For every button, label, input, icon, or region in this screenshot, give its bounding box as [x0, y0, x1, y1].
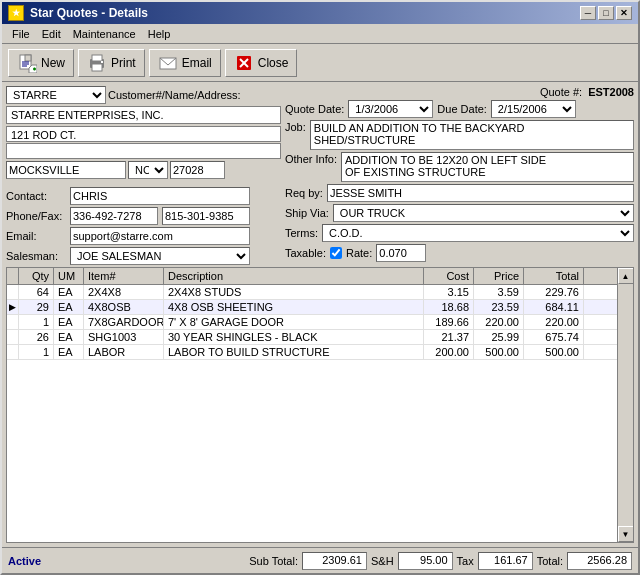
menu-bar: File Edit Maintenance Help [2, 24, 638, 44]
print-button[interactable]: Print [78, 49, 145, 77]
terms-label: Terms: [285, 227, 318, 239]
col-indicator [7, 268, 19, 284]
cell-cost: 21.37 [424, 330, 474, 344]
total-value: 2566.28 [567, 552, 632, 570]
cell-total: 684.11 [524, 300, 584, 314]
left-column: STARRE Customer#/Name/Address: STARRE EN… [6, 86, 281, 265]
other-info-row: Other Info: ADDITION TO BE 12X20 ON LEFT… [285, 152, 634, 182]
row-indicator [7, 315, 19, 329]
contact-input[interactable] [70, 187, 250, 205]
app-icon: ★ [8, 5, 24, 21]
quote-num-row: Quote #: EST2008 [285, 86, 634, 98]
cell-price: 220.00 [474, 315, 524, 329]
city-row: NC [6, 161, 281, 179]
address2 [6, 143, 281, 159]
total-label: Total: [537, 555, 563, 567]
cell-desc: 4X8 OSB SHEETING [164, 300, 424, 314]
email-field-label: Email: [6, 230, 66, 242]
col-qty-header: Qty [19, 268, 54, 284]
ship-via-dropdown[interactable]: OUR TRUCK [333, 204, 634, 222]
toolbar: New Print Email [2, 44, 638, 82]
table-row[interactable]: 64EA2X4X82X4X8 STUDS3.153.59229.76 [7, 285, 617, 300]
taxable-checkbox[interactable] [330, 247, 342, 259]
subtotal-value: 2309.61 [302, 552, 367, 570]
sh-label: S&H [371, 555, 394, 567]
quote-num-value: EST2008 [588, 86, 634, 98]
table-row[interactable]: ▶29EA4X8OSB4X8 OSB SHEETING18.6823.59684… [7, 300, 617, 315]
scroll-up-button[interactable]: ▲ [618, 268, 634, 284]
customer-dropdown[interactable]: STARRE [6, 86, 106, 104]
due-date-dropdown[interactable]: 2/15/2006 [491, 100, 576, 118]
terms-dropdown[interactable]: C.O.D. [322, 224, 634, 242]
rate-label: Rate: [346, 247, 372, 259]
contact-label: Contact: [6, 190, 66, 202]
close-window-button[interactable]: ✕ [616, 6, 632, 20]
city-input[interactable] [6, 161, 126, 179]
cell-qty: 29 [19, 300, 54, 314]
address1: 121 ROD CT. [6, 126, 281, 142]
menu-maintenance[interactable]: Maintenance [67, 27, 142, 41]
customer-name: STARRE ENTERPRISES, INC. [6, 106, 281, 124]
cell-price: 500.00 [474, 345, 524, 359]
req-by-input[interactable] [327, 184, 634, 202]
cell-total: 229.76 [524, 285, 584, 299]
new-button[interactable]: New [8, 49, 74, 77]
cell-item: SHG1003 [84, 330, 164, 344]
table-row[interactable]: 1EA7X8GARDOOR7' X 8' GARAGE DOOR189.6622… [7, 315, 617, 330]
table-row[interactable]: 26EASHG100330 YEAR SHINGLES - BLACK21.37… [7, 330, 617, 345]
close-button[interactable]: Close [225, 49, 298, 77]
close-label: Close [258, 56, 289, 70]
menu-help[interactable]: Help [142, 27, 177, 41]
menu-file[interactable]: File [6, 27, 36, 41]
cell-um: EA [54, 285, 84, 299]
cell-item: LABOR [84, 345, 164, 359]
row-indicator [7, 330, 19, 344]
customer-row: STARRE Customer#/Name/Address: [6, 86, 281, 104]
cell-qty: 1 [19, 345, 54, 359]
email-input[interactable] [70, 227, 250, 245]
subtotal-label: Sub Total: [249, 555, 298, 567]
cell-qty: 26 [19, 330, 54, 344]
col-um-header: UM [54, 268, 84, 284]
form-section: STARRE Customer#/Name/Address: STARRE EN… [6, 86, 634, 265]
table-row[interactable]: 1EALABORLABOR TO BUILD STRUCTURE200.0050… [7, 345, 617, 360]
new-icon [17, 53, 37, 73]
new-label: New [41, 56, 65, 70]
phonefax-label: Phone/Fax: [6, 210, 66, 222]
scroll-down-button[interactable]: ▼ [618, 526, 634, 542]
ship-via-row: Ship Via: OUR TRUCK [285, 204, 634, 222]
main-content: STARRE Customer#/Name/Address: STARRE EN… [2, 82, 638, 547]
row-indicator [7, 285, 19, 299]
table-scrollbar[interactable]: ▲ ▼ [617, 268, 633, 542]
col-desc-header: Description [164, 268, 424, 284]
email-button[interactable]: Email [149, 49, 221, 77]
zip-input[interactable] [170, 161, 225, 179]
state-dropdown[interactable]: NC [128, 161, 168, 179]
right-column: Quote #: EST2008 Quote Date: 1/3/2006 Du… [285, 86, 634, 265]
minimize-button[interactable]: ─ [580, 6, 596, 20]
terms-row: Terms: C.O.D. [285, 224, 634, 242]
print-label: Print [111, 56, 136, 70]
cell-qty: 1 [19, 315, 54, 329]
status-bar: Active Sub Total: 2309.61 S&H 95.00 Tax … [2, 547, 638, 573]
job-row: Job: BUILD AN ADDITION TO THE BACKYARD S… [285, 120, 634, 150]
svg-rect-1 [25, 55, 31, 61]
fax-input[interactable] [162, 207, 250, 225]
job-text: BUILD AN ADDITION TO THE BACKYARD SHED/S… [310, 120, 634, 150]
rate-input[interactable] [376, 244, 426, 262]
menu-edit[interactable]: Edit [36, 27, 67, 41]
email-label: Email [182, 56, 212, 70]
cell-desc: 2X4X8 STUDS [164, 285, 424, 299]
cell-total: 675.74 [524, 330, 584, 344]
phone-input[interactable] [70, 207, 158, 225]
quote-date-dropdown[interactable]: 1/3/2006 [348, 100, 433, 118]
maximize-button[interactable]: □ [598, 6, 614, 20]
col-total-header: Total [524, 268, 584, 284]
salesman-dropdown[interactable]: JOE SALESMAN [70, 247, 250, 265]
sh-value: 95.00 [398, 552, 453, 570]
col-item-header: Item# [84, 268, 164, 284]
col-price-header: Price [474, 268, 524, 284]
cell-um: EA [54, 315, 84, 329]
email-row: Email: [6, 227, 281, 245]
cell-total: 220.00 [524, 315, 584, 329]
